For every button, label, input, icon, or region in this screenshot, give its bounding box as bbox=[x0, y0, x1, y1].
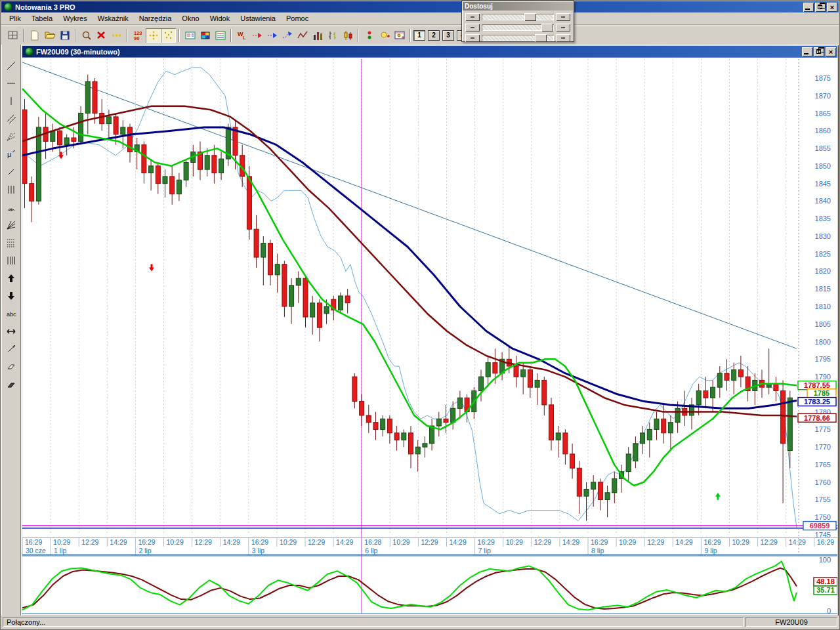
horizontal-line-tool[interactable] bbox=[3, 75, 20, 92]
slider-track[interactable] bbox=[482, 35, 554, 41]
fibo-retracement-tool[interactable] bbox=[3, 234, 20, 251]
time-label: 10:29 bbox=[506, 538, 523, 546]
slider-thumb[interactable] bbox=[524, 13, 536, 21]
candle-up bbox=[647, 429, 652, 440]
delete-object-button[interactable] bbox=[94, 28, 109, 43]
slider-left-button[interactable] bbox=[465, 24, 480, 32]
slider-right-button[interactable] bbox=[556, 34, 570, 42]
volume-bars-button[interactable] bbox=[310, 28, 325, 43]
zoom-tool-button[interactable] bbox=[79, 28, 94, 43]
chart-point-button[interactable] bbox=[392, 28, 407, 43]
menu-item-ustawienia[interactable]: Ustawienia bbox=[235, 13, 281, 24]
eraser-tool[interactable] bbox=[3, 358, 20, 375]
slider-right-button[interactable] bbox=[556, 24, 570, 32]
vertical-line-tool[interactable] bbox=[3, 93, 20, 110]
slider-left-button[interactable] bbox=[465, 13, 480, 21]
fibo-time-zones-tool[interactable] bbox=[3, 181, 20, 198]
price-tick-label: 1790 bbox=[815, 373, 831, 381]
eraser-filled-tool[interactable] bbox=[3, 376, 20, 393]
time-label: 14:29 bbox=[789, 538, 806, 546]
menu-item-wykres[interactable]: Wykres bbox=[58, 13, 93, 24]
date-label: 3 lip bbox=[252, 547, 264, 555]
candles-style-button[interactable] bbox=[340, 28, 355, 43]
measure-ruler-button[interactable] bbox=[109, 28, 124, 43]
slider-right-button[interactable] bbox=[556, 13, 570, 21]
preset-3-button[interactable]: 3 bbox=[442, 30, 454, 41]
time-label: 16:29 bbox=[478, 538, 495, 546]
chart-restore-button[interactable] bbox=[814, 47, 824, 56]
trend-line-tool[interactable] bbox=[3, 57, 20, 74]
add-circle-button[interactable] bbox=[377, 28, 392, 43]
slider-track[interactable] bbox=[482, 14, 554, 20]
text-tool-tool[interactable]: abc bbox=[3, 305, 20, 322]
candle-down bbox=[100, 114, 104, 124]
signal-dots-button[interactable] bbox=[362, 28, 377, 43]
oscillator-d-line bbox=[22, 568, 797, 609]
candle-down bbox=[114, 117, 118, 135]
app-titlebar[interactable]: Notowania 3 PRO × bbox=[1, 1, 839, 12]
pointer-tool-tool[interactable] bbox=[3, 341, 20, 358]
open-folder-button[interactable] bbox=[42, 28, 57, 43]
chart-close-button[interactable]: × bbox=[826, 47, 836, 56]
slider-left-button[interactable] bbox=[465, 34, 480, 42]
candle-up bbox=[51, 131, 55, 141]
menu-item-widok[interactable]: Widok bbox=[205, 13, 236, 24]
chart-titlebar[interactable]: FW20U09 (30-minutowo) × bbox=[22, 46, 837, 57]
chart-canvas[interactable]: 1875187018651860185518501845184018351830… bbox=[22, 58, 837, 616]
pitchfork-tool[interactable]: μ bbox=[3, 146, 20, 163]
candle-up bbox=[788, 398, 792, 450]
candle-down bbox=[142, 145, 146, 173]
price-tick-label: 1810 bbox=[815, 303, 831, 310]
scale-numbers-button[interactable]: 12390 bbox=[131, 28, 146, 43]
arrow-blue-2-button[interactable] bbox=[280, 28, 295, 43]
candle-down bbox=[254, 229, 259, 257]
bars-style-button[interactable] bbox=[325, 28, 340, 43]
preset-1-button[interactable]: 1 bbox=[413, 30, 425, 41]
preset-2-button[interactable]: 2 bbox=[428, 30, 440, 41]
time-label: 10:29 bbox=[732, 538, 749, 546]
chart-icon bbox=[25, 47, 33, 56]
save-file-button[interactable] bbox=[57, 28, 72, 43]
menu-item-pomoc[interactable]: Pomoc bbox=[281, 13, 314, 24]
wl-indicator-button[interactable]: WL bbox=[234, 28, 249, 43]
menu-item-plik[interactable]: Plik bbox=[4, 13, 26, 24]
slider-thumb[interactable] bbox=[535, 34, 547, 42]
candle-down bbox=[22, 110, 27, 183]
fibo-arcs-tool[interactable] bbox=[3, 199, 20, 216]
close-button[interactable]: × bbox=[827, 3, 837, 12]
gann-fan-tool[interactable] bbox=[3, 217, 20, 234]
slider-track[interactable] bbox=[482, 24, 554, 31]
fibo-time-zones-icon bbox=[6, 184, 16, 195]
new-file-button[interactable] bbox=[27, 28, 42, 43]
arrow-down-tool[interactable] bbox=[3, 287, 20, 304]
slider-thumb[interactable] bbox=[541, 24, 553, 32]
application-window: Notowania 3 PRO × PlikTabelaWykresWskaźn… bbox=[0, 0, 840, 630]
arrow-red-button[interactable] bbox=[249, 28, 264, 43]
candle-down bbox=[268, 243, 273, 275]
points-toggle-button[interactable] bbox=[161, 28, 176, 43]
arrow-up-tool[interactable] bbox=[3, 270, 20, 287]
fan-lines-tool[interactable] bbox=[3, 128, 20, 145]
minimize-button[interactable] bbox=[803, 3, 814, 12]
menu-item-tabela[interactable]: Tabela bbox=[26, 13, 58, 24]
rows-table-button[interactable] bbox=[213, 28, 228, 43]
price-tick-label: 1795 bbox=[815, 355, 831, 363]
zigzag-line-button[interactable] bbox=[295, 28, 310, 43]
arrow-blue-1-button[interactable] bbox=[264, 28, 280, 43]
color-table-button[interactable] bbox=[198, 28, 213, 43]
dostosuj-window[interactable]: Dostosuj bbox=[461, 1, 574, 42]
crosshair-toggle-button[interactable] bbox=[146, 28, 161, 43]
parallel-lines-tool[interactable] bbox=[3, 110, 20, 127]
window-grid-button[interactable] bbox=[5, 28, 20, 43]
quotes-table-button[interactable] bbox=[182, 28, 198, 43]
restore-button[interactable] bbox=[815, 3, 826, 12]
candle-up bbox=[732, 369, 736, 380]
chart-minimize-button[interactable] bbox=[802, 47, 812, 56]
menu-item-wskanik[interactable]: Wskaźnik bbox=[93, 13, 134, 24]
short-line-tool[interactable] bbox=[3, 163, 20, 180]
vertical-grid-tool[interactable] bbox=[3, 252, 20, 269]
add-circle-icon bbox=[379, 30, 390, 41]
horizontal-arrow-tool[interactable] bbox=[3, 323, 20, 340]
menu-item-okno[interactable]: Okno bbox=[177, 13, 204, 24]
menu-item-narzdzia[interactable]: Narzędzia bbox=[134, 13, 177, 24]
